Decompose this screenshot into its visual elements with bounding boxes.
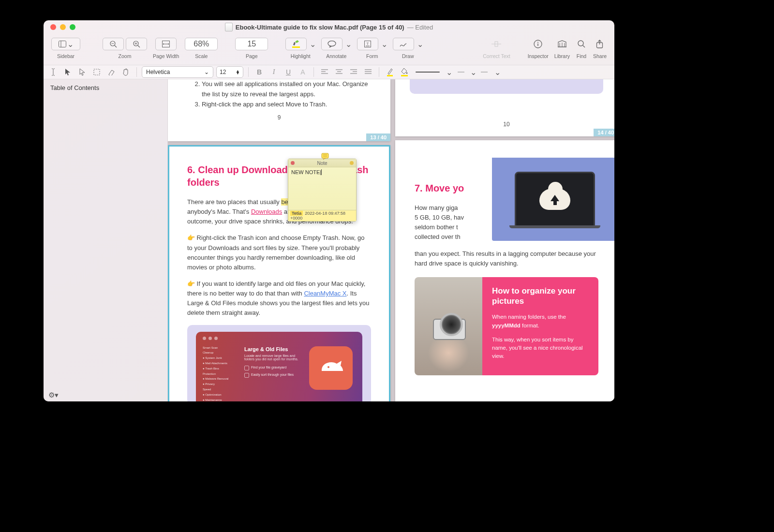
page-thumb-13[interactable]: You will see all applications installed …: [168, 79, 390, 141]
page-thumb-14[interactable]: 10 14 / 40: [395, 79, 614, 136]
scale-group: 68% Scale: [185, 37, 218, 59]
page-thumb-15[interactable]: 6. Clean up Downloads, Mail, and Trash f…: [168, 145, 390, 401]
zoom-window-button[interactable]: [70, 24, 75, 30]
tip-heading: How to organize your pictures: [492, 286, 589, 307]
scale-field[interactable]: 68%: [185, 38, 218, 50]
list-item: You will see all applications installed …: [202, 79, 371, 100]
annotate-button[interactable]: [321, 38, 342, 50]
ordered-list: You will see all applications installed …: [187, 79, 371, 109]
sidebar-button[interactable]: ⌄: [51, 38, 80, 50]
library-label: Library: [554, 53, 570, 59]
align-right-button[interactable]: [348, 67, 359, 77]
body: Table of Contents ⚙︎▾ You will see all a…: [44, 79, 614, 401]
italic-button[interactable]: I: [268, 67, 280, 77]
page-group: 15 Page: [235, 37, 268, 59]
page-field[interactable]: 15: [235, 38, 268, 50]
pen-color-button[interactable]: [384, 67, 396, 77]
pointing-hand-icon: 👉: [187, 234, 195, 241]
inspector-group: Inspector: [528, 37, 549, 59]
marquee-tool[interactable]: [91, 67, 103, 77]
document-icon: [225, 23, 233, 31]
zoom-group: Zoom: [103, 37, 147, 59]
page-width-label: Page Width: [153, 53, 179, 59]
paragraph: than you expect. This results in a laggi…: [415, 249, 598, 268]
svg-line-6: [138, 45, 140, 47]
page-thumb-16[interactable]: 7. Move yo How many giga 5 GB, 10 GB, ha…: [395, 140, 614, 401]
zoom-out-button[interactable]: [103, 38, 124, 50]
svg-point-41: [327, 366, 329, 368]
page-badge: 13 / 40: [366, 133, 390, 141]
text-color-button[interactable]: A: [297, 67, 309, 77]
font-select[interactable]: Helvetica⌄: [142, 66, 213, 78]
draw-chevron-down-icon[interactable]: ⌄: [417, 41, 423, 47]
highlight-button[interactable]: [285, 38, 307, 50]
hand-tool[interactable]: [120, 67, 132, 77]
highlight-chevron-down-icon[interactable]: ⌄: [310, 41, 315, 47]
zoom-in-button[interactable]: [126, 38, 147, 50]
find-button[interactable]: [576, 39, 587, 49]
paragraph: 👉 If you want to identify large and old …: [187, 279, 371, 318]
align-justify-button[interactable]: [362, 67, 374, 77]
fill-color-button[interactable]: [399, 67, 410, 77]
annotate-chevron-down-icon[interactable]: ⌄: [345, 41, 351, 47]
line-start-button[interactable]: [455, 67, 466, 77]
share-button[interactable]: [594, 39, 606, 49]
camera-photo: [415, 277, 482, 375]
sticky-min-icon[interactable]: [350, 161, 354, 165]
line-end-button[interactable]: [479, 67, 491, 77]
form-chevron-down-icon[interactable]: ⌄: [381, 41, 387, 47]
pointer-outline-tool[interactable]: [76, 67, 88, 77]
correct-text-button: [486, 38, 506, 50]
sticky-close-icon[interactable]: [291, 161, 295, 165]
zoom-label: Zoom: [119, 53, 132, 59]
page-width-button[interactable]: [155, 38, 177, 50]
chevron-down-icon: ⌄: [67, 41, 73, 47]
gear-icon[interactable]: ⚙︎▾: [48, 391, 59, 399]
sticky-note[interactable]: Note NEW NOTE| Tetia2022-04-18 09:47:58 …: [288, 159, 357, 222]
titlebar: Ebook-Ultimate guide to fix slow Mac.pdf…: [44, 20, 614, 34]
eraser-tool[interactable]: [105, 67, 117, 77]
correct-text-group: Correct Text: [483, 37, 510, 59]
share-label: Share: [593, 53, 607, 59]
stroke-style-button[interactable]: [413, 67, 442, 77]
window-controls: [44, 24, 75, 30]
note-anchor-icon[interactable]: [321, 152, 330, 160]
svg-text:T: T: [367, 42, 369, 46]
line-start-chevron-down-icon[interactable]: ⌄: [470, 69, 476, 75]
inspector-label: Inspector: [528, 53, 549, 59]
svg-rect-0: [59, 41, 66, 47]
sidebar-label: Sidebar: [57, 53, 74, 59]
annotate-group: ⌄ Annotate: [321, 37, 351, 59]
form-button[interactable]: T: [357, 38, 378, 50]
app-subtitle: Locate and remove large files and folder…: [244, 354, 299, 361]
draw-button[interactable]: [393, 38, 414, 50]
separator: [313, 67, 314, 77]
cleanmymac-link[interactable]: CleanMyMac X: [304, 290, 346, 297]
sticky-note-body[interactable]: NEW NOTE|: [288, 167, 356, 210]
sidebar-footer: ⚙︎▾: [44, 389, 167, 401]
window-title: Ebook-Ultimate guide to fix slow Mac.pdf…: [44, 23, 614, 31]
font-size-select[interactable]: 12▲▼: [216, 66, 243, 78]
sidebar-panel: Table of Contents ⚙︎▾: [44, 79, 168, 401]
text-cursor-tool[interactable]: [47, 67, 59, 77]
svg-point-21: [578, 41, 583, 46]
minimize-window-button[interactable]: [60, 24, 66, 30]
stroke-chevron-down-icon[interactable]: ⌄: [446, 69, 452, 75]
close-window-button[interactable]: [50, 24, 56, 30]
format-toolbar: Helvetica⌄ 12▲▼ B I U A ⌄ ⌄ ⌄: [44, 65, 614, 79]
align-left-button[interactable]: [319, 67, 330, 77]
annotate-label: Annotate: [326, 53, 346, 59]
library-button[interactable]: [556, 39, 568, 49]
embedded-screenshot: Smart ScanCleanup● System Junk● Mail Att…: [187, 325, 371, 401]
underline-button[interactable]: U: [283, 67, 294, 77]
line-end-chevron-down-icon[interactable]: ⌄: [494, 69, 500, 75]
downloads-link[interactable]: Downloads: [251, 208, 282, 215]
pointer-tool[interactable]: [62, 67, 74, 77]
sidebar-body[interactable]: [44, 96, 167, 389]
inspector-button[interactable]: [532, 39, 544, 49]
sticky-note-header[interactable]: Note: [288, 159, 356, 167]
bold-button[interactable]: B: [253, 67, 265, 77]
align-center-button[interactable]: [333, 67, 345, 77]
document-canvas[interactable]: You will see all applications installed …: [168, 79, 614, 401]
scale-value: 68%: [194, 40, 209, 48]
